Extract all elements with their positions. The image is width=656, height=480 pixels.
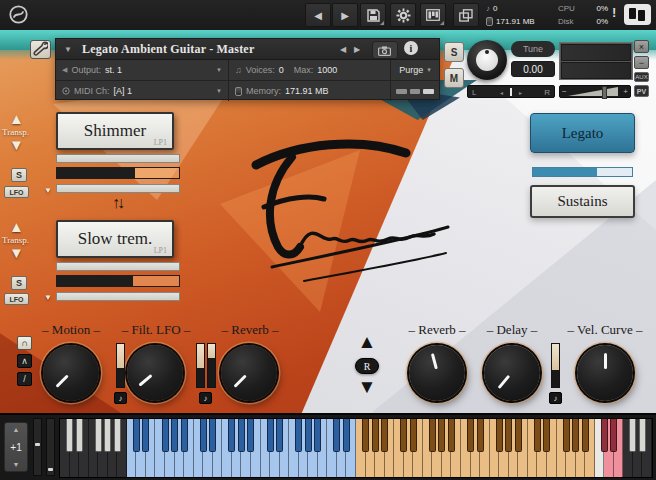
black-key[interactable] bbox=[400, 419, 407, 452]
black-key[interactable] bbox=[95, 419, 102, 452]
black-key[interactable] bbox=[314, 419, 321, 452]
pan-handle[interactable] bbox=[510, 88, 512, 96]
lfo-slider[interactable] bbox=[56, 184, 180, 193]
browse-forward-button[interactable]: ▶ bbox=[332, 3, 358, 27]
edit-instrument-button[interactable] bbox=[30, 40, 51, 59]
filt-lfo-depth-slider[interactable] bbox=[207, 343, 216, 388]
level-slider[interactable] bbox=[56, 262, 180, 271]
view-mixer-button[interactable] bbox=[420, 3, 446, 27]
transpose-up-icon[interactable]: ▲ bbox=[9, 219, 24, 234]
octave-up-icon[interactable]: ▲ bbox=[13, 426, 20, 433]
delay-time-slider[interactable] bbox=[551, 343, 560, 388]
delay-sync-button[interactable]: ♪ bbox=[549, 392, 562, 404]
reverb-knob[interactable] bbox=[409, 345, 465, 401]
black-key[interactable] bbox=[228, 419, 235, 452]
black-key[interactable] bbox=[515, 419, 522, 452]
black-key[interactable] bbox=[295, 419, 302, 452]
black-key[interactable] bbox=[477, 419, 484, 452]
midi-channel-select[interactable]: MIDI Ch: [A] 1 ▼ bbox=[56, 81, 228, 101]
collapse-caret-icon[interactable]: ▼ bbox=[64, 45, 72, 54]
filt-lfo-sync-button[interactable]: ♪ bbox=[199, 392, 212, 404]
volume-handle[interactable] bbox=[602, 86, 607, 99]
prev-instrument-icon[interactable]: ◀ bbox=[340, 45, 346, 54]
transpose-down-icon[interactable]: ▼ bbox=[9, 245, 24, 260]
envelope-slider[interactable] bbox=[56, 275, 180, 287]
instrument-title-bar[interactable]: ▼ Legato Ambient Guitar - Master ◀ ▶ i bbox=[56, 39, 439, 60]
piano-keyboard[interactable] bbox=[59, 418, 653, 478]
performance-view-button[interactable]: PV bbox=[634, 85, 649, 97]
black-key[interactable] bbox=[238, 419, 245, 452]
warning-indicator[interactable]: ! bbox=[612, 5, 616, 20]
close-button[interactable]: × bbox=[634, 40, 649, 53]
pan-slider[interactable]: L ◂ ▸ R bbox=[467, 85, 555, 98]
black-key[interactable] bbox=[209, 419, 216, 452]
lfo-button[interactable]: LFO bbox=[4, 186, 29, 198]
transpose-down-icon[interactable]: ▼ bbox=[9, 137, 24, 152]
purge-menu[interactable]: Purge ▾ bbox=[390, 60, 440, 80]
lfo-shape-sine-button[interactable]: ∩ bbox=[17, 336, 32, 350]
black-key[interactable] bbox=[438, 419, 445, 452]
solo-articulation-button[interactable]: S bbox=[11, 168, 27, 182]
aux-button[interactable]: AUX bbox=[634, 72, 649, 82]
black-key[interactable] bbox=[496, 419, 503, 452]
output-select[interactable]: ◀ Output: st. 1 ▼ bbox=[56, 60, 228, 80]
ni-logo[interactable] bbox=[624, 4, 651, 25]
swap-articulations-icon[interactable]: ↑↓ bbox=[102, 194, 132, 212]
kontakt-logo-icon[interactable] bbox=[8, 4, 29, 29]
black-key[interactable] bbox=[162, 419, 169, 452]
black-key[interactable] bbox=[534, 419, 541, 452]
black-key[interactable] bbox=[572, 419, 579, 452]
volume-plus[interactable]: + bbox=[623, 87, 628, 96]
lfo-button[interactable]: LFO bbox=[4, 293, 29, 305]
black-key[interactable] bbox=[448, 419, 455, 452]
black-key[interactable] bbox=[505, 419, 512, 452]
lfo-shape-triangle-button[interactable]: ∧ bbox=[17, 354, 32, 368]
level-slider[interactable] bbox=[56, 154, 180, 163]
browse-back-button[interactable]: ◀ bbox=[305, 3, 331, 27]
black-key[interactable] bbox=[410, 419, 417, 452]
options-button[interactable] bbox=[390, 3, 416, 27]
random-up-icon[interactable]: ▲ bbox=[352, 332, 382, 351]
lfo-shape-ramp-button[interactable]: / bbox=[17, 372, 32, 386]
minimize-button[interactable]: − bbox=[634, 56, 649, 69]
vel-curve-knob[interactable] bbox=[577, 345, 633, 401]
mod-wheel[interactable] bbox=[46, 418, 55, 476]
motion-rate-slider[interactable] bbox=[116, 343, 125, 388]
save-button[interactable] bbox=[360, 3, 386, 27]
black-key[interactable] bbox=[381, 419, 388, 452]
octave-shift-control[interactable]: ▲ +1 ▼ bbox=[4, 422, 28, 472]
black-key[interactable] bbox=[66, 419, 73, 452]
black-key[interactable] bbox=[276, 419, 283, 452]
black-key[interactable] bbox=[200, 419, 207, 452]
black-key[interactable] bbox=[142, 419, 149, 452]
transpose-up-icon[interactable]: ▲ bbox=[9, 111, 24, 126]
black-key[interactable] bbox=[610, 419, 617, 452]
black-key[interactable] bbox=[563, 419, 570, 452]
solo-articulation-button[interactable]: S bbox=[11, 276, 27, 290]
black-key[interactable] bbox=[114, 419, 121, 452]
black-key[interactable] bbox=[247, 419, 254, 452]
filt-lfo-knob[interactable] bbox=[127, 345, 183, 401]
delay-knob[interactable] bbox=[484, 345, 540, 401]
black-key[interactable] bbox=[267, 419, 274, 452]
random-button[interactable]: R bbox=[355, 358, 379, 374]
octave-down-icon[interactable]: ▼ bbox=[13, 461, 20, 468]
black-key[interactable] bbox=[171, 419, 178, 452]
black-key[interactable] bbox=[343, 419, 350, 452]
next-instrument-icon[interactable]: ▶ bbox=[354, 45, 360, 54]
black-key[interactable] bbox=[76, 419, 83, 452]
black-key[interactable] bbox=[104, 419, 111, 452]
black-key[interactable] bbox=[467, 419, 474, 452]
blend-slider[interactable] bbox=[532, 167, 633, 177]
lfo-caret-icon[interactable]: ▼ bbox=[44, 187, 52, 195]
lfo-slider[interactable] bbox=[56, 292, 180, 301]
tune-knob[interactable] bbox=[467, 40, 507, 80]
volume-minus[interactable]: − bbox=[562, 87, 567, 96]
black-key[interactable] bbox=[372, 419, 379, 452]
black-key[interactable] bbox=[181, 419, 188, 452]
motion-sync-button[interactable]: ♪ bbox=[114, 392, 127, 404]
black-key[interactable] bbox=[543, 419, 550, 452]
solo-button[interactable]: S bbox=[444, 42, 464, 62]
random-down-icon[interactable]: ▼ bbox=[352, 377, 382, 396]
black-key[interactable] bbox=[601, 419, 608, 452]
